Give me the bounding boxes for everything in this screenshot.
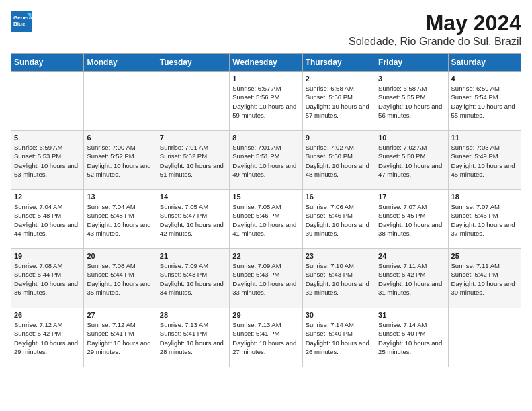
calendar-cell: 6Sunrise: 7:00 AMSunset: 5:52 PMDaylight… bbox=[84, 131, 157, 190]
day-number: 30 bbox=[306, 311, 372, 319]
weekday-header: Wednesday bbox=[230, 54, 302, 72]
title-block: May 2024 Soledade, Rio Grande do Sul, Br… bbox=[349, 11, 521, 48]
svg-text:Blue: Blue bbox=[13, 21, 26, 27]
calendar-cell: 19Sunrise: 7:08 AMSunset: 5:44 PMDayligh… bbox=[11, 249, 84, 308]
day-number: 17 bbox=[378, 193, 445, 201]
day-number: 1 bbox=[232, 75, 299, 83]
calendar-cell: 23Sunrise: 7:10 AMSunset: 5:43 PMDayligh… bbox=[302, 249, 375, 308]
day-number: 14 bbox=[160, 193, 226, 201]
day-number: 15 bbox=[232, 193, 299, 201]
day-number: 16 bbox=[306, 193, 372, 201]
calendar-cell: 24Sunrise: 7:11 AMSunset: 5:42 PMDayligh… bbox=[375, 249, 448, 308]
day-info: Sunrise: 7:11 AMSunset: 5:42 PMDaylight:… bbox=[451, 261, 518, 297]
day-info: Sunrise: 7:05 AMSunset: 5:46 PMDaylight:… bbox=[232, 202, 299, 238]
day-number: 27 bbox=[87, 311, 153, 319]
day-number: 29 bbox=[232, 311, 299, 319]
calendar-cell: 12Sunrise: 7:04 AMSunset: 5:48 PMDayligh… bbox=[11, 190, 84, 249]
day-info: Sunrise: 7:04 AMSunset: 5:48 PMDaylight:… bbox=[14, 202, 81, 238]
logo-icon: General Blue bbox=[11, 11, 32, 32]
weekday-header: Thursday bbox=[302, 54, 375, 72]
month-title: May 2024 bbox=[349, 11, 521, 36]
weekday-header: Sunday bbox=[11, 54, 84, 72]
logo: General Blue bbox=[11, 11, 32, 32]
day-info: Sunrise: 7:02 AMSunset: 5:50 PMDaylight:… bbox=[306, 143, 372, 179]
day-number: 8 bbox=[232, 134, 299, 142]
day-number: 9 bbox=[306, 134, 372, 142]
day-info: Sunrise: 7:09 AMSunset: 5:43 PMDaylight:… bbox=[232, 261, 299, 297]
day-number: 24 bbox=[378, 252, 445, 260]
calendar-header-row: SundayMondayTuesdayWednesdayThursdayFrid… bbox=[11, 54, 521, 72]
calendar-cell: 2Sunrise: 6:58 AMSunset: 5:56 PMDaylight… bbox=[302, 72, 375, 131]
calendar-cell: 17Sunrise: 7:07 AMSunset: 5:45 PMDayligh… bbox=[375, 190, 448, 249]
day-info: Sunrise: 6:59 AMSunset: 5:54 PMDaylight:… bbox=[451, 84, 518, 120]
weekday-header: Monday bbox=[84, 54, 157, 72]
calendar-cell: 29Sunrise: 7:13 AMSunset: 5:41 PMDayligh… bbox=[230, 308, 302, 367]
calendar-cell: 15Sunrise: 7:05 AMSunset: 5:46 PMDayligh… bbox=[230, 190, 302, 249]
calendar-week-row: 26Sunrise: 7:12 AMSunset: 5:42 PMDayligh… bbox=[11, 308, 521, 367]
day-info: Sunrise: 7:04 AMSunset: 5:48 PMDaylight:… bbox=[87, 202, 153, 238]
day-info: Sunrise: 7:07 AMSunset: 5:45 PMDaylight:… bbox=[378, 202, 445, 238]
day-info: Sunrise: 7:14 AMSunset: 5:40 PMDaylight:… bbox=[378, 320, 445, 356]
day-info: Sunrise: 7:08 AMSunset: 5:44 PMDaylight:… bbox=[14, 261, 81, 297]
day-info: Sunrise: 7:14 AMSunset: 5:40 PMDaylight:… bbox=[306, 320, 372, 356]
location-title: Soledade, Rio Grande do Sul, Brazil bbox=[349, 36, 521, 48]
day-number: 26 bbox=[14, 311, 81, 319]
page-header: General Blue May 2024 Soledade, Rio Gran… bbox=[11, 11, 521, 48]
day-info: Sunrise: 7:07 AMSunset: 5:45 PMDaylight:… bbox=[451, 202, 518, 238]
day-info: Sunrise: 7:09 AMSunset: 5:43 PMDaylight:… bbox=[160, 261, 226, 297]
calendar-cell: 13Sunrise: 7:04 AMSunset: 5:48 PMDayligh… bbox=[84, 190, 157, 249]
day-number: 12 bbox=[14, 193, 81, 201]
calendar-cell: 16Sunrise: 7:06 AMSunset: 5:46 PMDayligh… bbox=[302, 190, 375, 249]
calendar-cell bbox=[84, 72, 157, 131]
calendar-cell: 28Sunrise: 7:13 AMSunset: 5:41 PMDayligh… bbox=[157, 308, 229, 367]
day-info: Sunrise: 7:01 AMSunset: 5:51 PMDaylight:… bbox=[232, 143, 299, 179]
calendar-cell: 25Sunrise: 7:11 AMSunset: 5:42 PMDayligh… bbox=[448, 249, 521, 308]
calendar-cell: 10Sunrise: 7:02 AMSunset: 5:50 PMDayligh… bbox=[375, 131, 448, 190]
day-info: Sunrise: 7:12 AMSunset: 5:41 PMDaylight:… bbox=[87, 320, 153, 356]
day-number: 5 bbox=[14, 134, 81, 142]
calendar-cell: 22Sunrise: 7:09 AMSunset: 5:43 PMDayligh… bbox=[230, 249, 302, 308]
day-number: 22 bbox=[232, 252, 299, 260]
calendar-cell: 3Sunrise: 6:58 AMSunset: 5:55 PMDaylight… bbox=[375, 72, 448, 131]
day-number: 25 bbox=[451, 252, 518, 260]
calendar-cell: 26Sunrise: 7:12 AMSunset: 5:42 PMDayligh… bbox=[11, 308, 84, 367]
calendar-week-row: 12Sunrise: 7:04 AMSunset: 5:48 PMDayligh… bbox=[11, 190, 521, 249]
day-info: Sunrise: 7:05 AMSunset: 5:47 PMDaylight:… bbox=[160, 202, 226, 238]
calendar-week-row: 1Sunrise: 6:57 AMSunset: 5:56 PMDaylight… bbox=[11, 72, 521, 131]
day-number: 18 bbox=[451, 193, 518, 201]
day-info: Sunrise: 7:08 AMSunset: 5:44 PMDaylight:… bbox=[87, 261, 153, 297]
day-number: 3 bbox=[378, 75, 445, 83]
weekday-header: Friday bbox=[375, 54, 448, 72]
calendar-cell: 9Sunrise: 7:02 AMSunset: 5:50 PMDaylight… bbox=[302, 131, 375, 190]
day-info: Sunrise: 7:11 AMSunset: 5:42 PMDaylight:… bbox=[378, 261, 445, 297]
day-info: Sunrise: 6:59 AMSunset: 5:53 PMDaylight:… bbox=[14, 143, 81, 179]
day-info: Sunrise: 7:13 AMSunset: 5:41 PMDaylight:… bbox=[232, 320, 299, 356]
calendar-cell: 21Sunrise: 7:09 AMSunset: 5:43 PMDayligh… bbox=[157, 249, 229, 308]
calendar-cell: 11Sunrise: 7:03 AMSunset: 5:49 PMDayligh… bbox=[448, 131, 521, 190]
weekday-header: Tuesday bbox=[157, 54, 229, 72]
calendar-cell: 8Sunrise: 7:01 AMSunset: 5:51 PMDaylight… bbox=[230, 131, 302, 190]
day-info: Sunrise: 7:02 AMSunset: 5:50 PMDaylight:… bbox=[378, 143, 445, 179]
day-number: 23 bbox=[306, 252, 372, 260]
calendar-cell: 4Sunrise: 6:59 AMSunset: 5:54 PMDaylight… bbox=[448, 72, 521, 131]
calendar-cell: 1Sunrise: 6:57 AMSunset: 5:56 PMDaylight… bbox=[230, 72, 302, 131]
calendar-table: SundayMondayTuesdayWednesdayThursdayFrid… bbox=[11, 53, 521, 367]
day-number: 10 bbox=[378, 134, 445, 142]
day-number: 2 bbox=[306, 75, 372, 83]
day-number: 31 bbox=[378, 311, 445, 319]
day-number: 13 bbox=[87, 193, 153, 201]
day-number: 19 bbox=[14, 252, 81, 260]
day-info: Sunrise: 7:03 AMSunset: 5:49 PMDaylight:… bbox=[451, 143, 518, 179]
day-info: Sunrise: 7:10 AMSunset: 5:43 PMDaylight:… bbox=[306, 261, 372, 297]
day-number: 11 bbox=[451, 134, 518, 142]
day-info: Sunrise: 7:06 AMSunset: 5:46 PMDaylight:… bbox=[306, 202, 372, 238]
day-number: 28 bbox=[160, 311, 226, 319]
calendar-cell: 18Sunrise: 7:07 AMSunset: 5:45 PMDayligh… bbox=[448, 190, 521, 249]
day-number: 21 bbox=[160, 252, 226, 260]
day-info: Sunrise: 6:57 AMSunset: 5:56 PMDaylight:… bbox=[232, 84, 299, 120]
day-info: Sunrise: 7:00 AMSunset: 5:52 PMDaylight:… bbox=[87, 143, 153, 179]
calendar-cell: 5Sunrise: 6:59 AMSunset: 5:53 PMDaylight… bbox=[11, 131, 84, 190]
calendar-cell bbox=[11, 72, 84, 131]
day-number: 4 bbox=[451, 75, 518, 83]
day-info: Sunrise: 7:01 AMSunset: 5:52 PMDaylight:… bbox=[160, 143, 226, 179]
